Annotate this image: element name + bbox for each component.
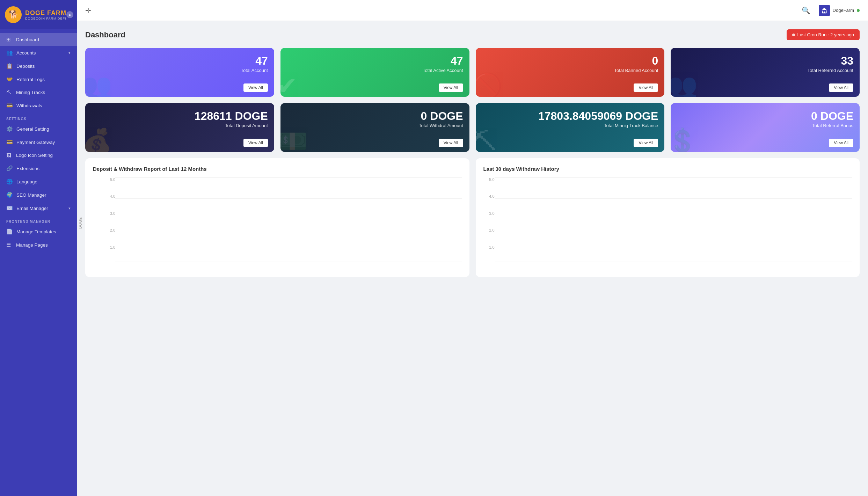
x-axis-labels: [495, 262, 852, 268]
sidebar-item-withdrawals[interactable]: 💳 Withdrawals: [0, 99, 77, 112]
sidebar-item-language[interactable]: 🌐 Language: [0, 175, 77, 188]
chart-title: Last 30 days Withdraw History: [483, 166, 852, 172]
view-all-button[interactable]: View All: [829, 139, 853, 147]
stat-value: 0: [652, 55, 658, 67]
stat-card-top: 47 Total Account: [92, 55, 268, 73]
y-axis-tick: 4.0: [483, 194, 495, 198]
sidebar-item-label: Manage Templates: [16, 229, 56, 234]
stat-card-total-account: 👥 47 Total Account View All: [85, 48, 274, 97]
sidebar-item-referral-logs[interactable]: 🤝 Referral Logs: [0, 73, 77, 86]
accounts-icon: 👥: [6, 50, 13, 56]
deposits-icon: 📋: [6, 63, 13, 69]
sidebar-item-label: Manage Pages: [16, 242, 48, 248]
stat-label: Total Account: [241, 68, 268, 73]
y-axis-tick: 3.0: [104, 211, 115, 216]
view-all-button[interactable]: View All: [243, 139, 268, 147]
stat-label: Total Referred Account: [807, 68, 853, 73]
sidebar: 🐕 DOGE FARM DOGECOIN FARM DEFI ● ⊞ Dashb…: [0, 0, 77, 496]
gear-icon: ⚙️: [6, 126, 13, 132]
sidebar-item-label: SEO Manager: [16, 192, 46, 198]
sidebar-navigation: ⊞ Dashboard 👥 Accounts ▾ 📋 Deposits 🤝 Re…: [0, 29, 77, 496]
stat-bg-icon: 💲: [671, 127, 698, 152]
expand-icon[interactable]: ✛: [85, 6, 91, 15]
user-avatar: [819, 5, 830, 16]
stat-label: Total Referral Bonus: [812, 123, 853, 128]
sidebar-item-logo-icon-setting[interactable]: 🖼 Logo Icon Setting: [0, 149, 77, 162]
payment-icon: 💳: [6, 139, 13, 145]
x-axis-labels: [115, 262, 462, 268]
chevron-down-icon: ▾: [68, 51, 71, 55]
logo-subtitle: DOGECOIN FARM DEFI: [25, 17, 66, 20]
sidebar-item-label: Language: [16, 179, 37, 184]
y-axis-tick: 2.0: [483, 228, 495, 232]
sidebar-item-deposits[interactable]: 📋 Deposits: [0, 59, 77, 73]
template-icon: 📄: [6, 228, 13, 235]
cron-dot: [792, 34, 795, 36]
y-axis-tick: 4.0: [104, 194, 115, 198]
stat-card-top: 47 Total Active Account: [287, 55, 463, 73]
user-menu[interactable]: DogeFarm: [819, 5, 860, 16]
topbar: ✛ 🔍 DogeFarm: [77, 0, 868, 21]
view-all-button[interactable]: View All: [439, 139, 463, 147]
sidebar-item-email-manager[interactable]: ✉️ Email Manager ▾: [0, 202, 77, 215]
view-all-button[interactable]: View All: [243, 83, 268, 92]
search-button[interactable]: 🔍: [802, 6, 810, 15]
sidebar-item-manage-pages[interactable]: ☰ Manage Pages: [0, 238, 77, 251]
stat-value: 0 DOGE: [811, 110, 853, 122]
stat-card-total-mining: ⛏ 17803.84059069 DOGE Total Minnig Track…: [476, 103, 665, 152]
sidebar-item-label: Mining Tracks: [16, 90, 45, 95]
stat-card-total-referral-bonus: 💲 0 DOGE Total Referral Bonus View All: [671, 103, 860, 152]
email-icon: ✉️: [6, 205, 13, 211]
view-all-button[interactable]: View All: [634, 139, 658, 147]
pages-icon: ☰: [6, 242, 13, 248]
y-axis: 5.04.03.02.01.0: [104, 177, 115, 268]
sidebar-item-label: Extensions: [16, 166, 39, 171]
sidebar-item-label: Logo Icon Setting: [16, 153, 53, 158]
sidebar-item-seo-manager[interactable]: 🌍 SEO Manager: [0, 188, 77, 202]
sidebar-toggle-button[interactable]: ●: [66, 11, 73, 18]
sidebar-item-manage-templates[interactable]: 📄 Manage Templates: [0, 225, 77, 238]
y-axis-tick: 2.0: [104, 228, 115, 232]
stats-row-2: 💰 128611 DOGE Total Deposit Amount View …: [85, 103, 860, 152]
sidebar-item-dashboard[interactable]: ⊞ Dashboard: [0, 33, 77, 46]
chart-title: Deposit & Withdraw Report of Last 12 Mon…: [93, 166, 462, 172]
chart-body: [115, 177, 462, 268]
y-axis-tick: 5.0: [483, 177, 495, 182]
stat-card-total-active-account: ✔ 47 Total Active Account View All: [280, 48, 469, 97]
stat-card-total-deposit: 💰 128611 DOGE Total Deposit Amount View …: [85, 103, 274, 152]
sidebar-item-label: Withdrawals: [16, 103, 42, 108]
logo-icon: 🐕: [5, 6, 22, 23]
chart-area: 5.04.03.02.01.0: [483, 177, 852, 268]
sidebar-item-general-setting[interactable]: ⚙️ General Setting: [0, 122, 77, 136]
view-all-button[interactable]: View All: [439, 83, 463, 92]
online-status-dot: [857, 9, 860, 12]
globe-icon: 🌐: [6, 178, 13, 185]
sidebar-item-label: Payment Gateway: [16, 140, 55, 145]
view-all-button[interactable]: View All: [634, 83, 658, 92]
sidebar-item-mining-tracks[interactable]: ⛏ Mining Tracks: [0, 86, 77, 99]
stat-bg-icon: 🚫: [476, 72, 503, 97]
sidebar-logo: 🐕 DOGE FARM DOGECOIN FARM DEFI ●: [0, 0, 77, 29]
username-label: DogeFarm: [833, 8, 854, 13]
stat-card-top: 0 DOGE Total Withdral Amount: [287, 110, 463, 128]
stat-value: 33: [841, 55, 853, 67]
stat-bg-icon: ✔: [280, 72, 298, 97]
page-content: Dashboard Last Cron Run : 2 years ago 👥 …: [77, 21, 868, 496]
extensions-icon: 🔗: [6, 165, 13, 172]
y-axis-tick: 1.0: [104, 245, 115, 249]
image-icon: 🖼: [6, 152, 13, 158]
stat-label: Total Banned Account: [614, 68, 658, 73]
seo-icon: 🌍: [6, 192, 13, 198]
y-axis-tick: 3.0: [483, 211, 495, 216]
dashboard-header: Dashboard Last Cron Run : 2 years ago: [85, 29, 860, 40]
sidebar-item-payment-gateway[interactable]: 💳 Payment Gateway: [0, 136, 77, 149]
stat-card-total-withdrawal: 💵 0 DOGE Total Withdral Amount View All: [280, 103, 469, 152]
sidebar-item-label: General Setting: [16, 126, 49, 132]
view-all-button[interactable]: View All: [829, 83, 853, 92]
sidebar-item-accounts[interactable]: 👥 Accounts ▾: [0, 46, 77, 59]
y-axis-tick: 1.0: [483, 245, 495, 249]
sidebar-item-extensions[interactable]: 🔗 Extensions: [0, 162, 77, 175]
charts-section: Deposit & Withdraw Report of Last 12 Mon…: [85, 158, 860, 277]
stat-card-top: 0 Total Banned Account: [482, 55, 658, 73]
stats-row-1: 👥 47 Total Account View All ✔ 47 Total A…: [85, 48, 860, 97]
